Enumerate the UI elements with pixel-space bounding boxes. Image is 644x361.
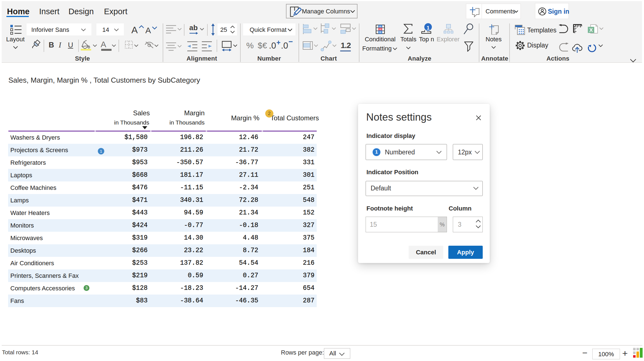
svg-text:X: X: [589, 27, 593, 33]
